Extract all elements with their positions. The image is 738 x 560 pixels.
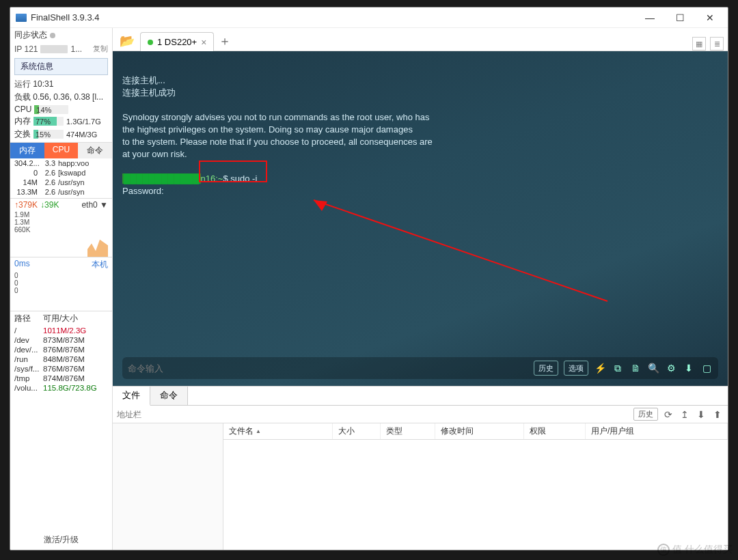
term-line: 连接主机...: [122, 75, 165, 85]
net-up: ↑379K: [14, 200, 38, 210]
minimize-button[interactable]: ―: [635, 8, 665, 28]
list-layout-icon[interactable]: ≣: [710, 37, 724, 51]
address-input[interactable]: [117, 410, 629, 419]
session-tab[interactable]: 1 DS220+ ×: [140, 32, 214, 51]
tab-mem[interactable]: 内存: [10, 143, 44, 158]
term-line: at your own risk.: [122, 149, 187, 159]
col-size[interactable]: 大小: [333, 423, 381, 439]
bottom-panel: 文件 命令 历史 ⟳ ↥ ⬇ ⬆ 文件名▲ 大小: [113, 386, 728, 550]
options-button[interactable]: 选项: [564, 361, 588, 376]
clipboard-icon[interactable]: 🗎: [629, 362, 642, 374]
tab-cpu[interactable]: CPU: [44, 143, 79, 158]
fs-row[interactable]: /dev873M/873M: [10, 335, 112, 345]
ip-mask: [40, 45, 68, 53]
command-input[interactable]: [128, 363, 528, 374]
cpu-bar: 14%: [34, 105, 68, 114]
term-line: to the system. Please note that if you c…: [122, 137, 433, 147]
watermark-logo-icon: 值: [657, 544, 670, 556]
ip-suffix: 1...: [70, 44, 82, 54]
col-perm[interactable]: 权限: [524, 423, 586, 439]
tab-command[interactable]: 命令: [150, 387, 188, 405]
tab-file[interactable]: 文件: [113, 387, 150, 406]
gear-icon[interactable]: ⚙: [665, 362, 677, 374]
window-title: FinalShell 3.9.3.4: [31, 12, 99, 23]
proc-row[interactable]: 02.6[kswapd: [10, 168, 112, 178]
swap-label: 交换: [14, 128, 31, 140]
ping-ms: 0ms: [14, 259, 30, 270]
fs-row[interactable]: /volu...115.8G/723.8G: [10, 383, 112, 393]
upload-icon[interactable]: ⬆: [711, 409, 724, 420]
file-list-header: 文件名▲ 大小 类型 修改时间 权限 用户/用户组: [223, 423, 728, 440]
file-tree[interactable]: [113, 423, 223, 550]
mem-pct: 77%: [33, 117, 53, 126]
proc-row[interactable]: 13.3M2.6/usr/syn: [10, 187, 112, 197]
activate-upgrade-link[interactable]: 激活/升级: [10, 530, 112, 550]
terminal[interactable]: 连接主机... 连接主机成功 Synology strongly advises…: [113, 51, 728, 386]
swap-bar: 15%: [33, 130, 64, 139]
fs-row[interactable]: /tmp874M/876M: [10, 374, 112, 383]
fs-header: 路径 可用/大小: [10, 311, 112, 326]
sidebar: 同步状态 IP 121 1... 复制 系统信息 运行 10:31 负载 0.5…: [10, 28, 113, 550]
prompt-host-mask: ████████████: [122, 173, 201, 184]
tab-cmd[interactable]: 命令: [78, 143, 112, 158]
col-mtime[interactable]: 修改时间: [435, 423, 524, 439]
copy-icon[interactable]: ⧉: [612, 362, 624, 374]
ping-sparkline: [10, 294, 112, 311]
maximize-button[interactable]: ☐: [665, 8, 695, 28]
search-icon[interactable]: 🔍: [647, 362, 659, 374]
col-name[interactable]: 文件名▲: [223, 423, 333, 439]
mem-label: 内存: [14, 115, 31, 127]
cpu-label: CPU: [14, 104, 31, 114]
term-line: Synology strongly advises you not to run…: [122, 112, 429, 122]
maximize-icon[interactable]: ▢: [700, 362, 713, 374]
col-owner[interactable]: 用户/用户组: [586, 423, 728, 439]
load-label: 负载 0.56, 0.36, 0.38 [l...: [10, 91, 112, 104]
proc-sort-tabs: 内存 CPU 命令: [10, 142, 112, 158]
copy-ip-button[interactable]: 复制: [93, 44, 108, 54]
sort-caret-icon: ▲: [256, 428, 261, 434]
mem-val: 1.3G/1.7G: [66, 117, 101, 126]
app-window: FinalShell 3.9.3.4 ― ☐ ✕ 同步状态 IP 121 1..…: [10, 7, 728, 550]
lightning-icon[interactable]: ⚡: [594, 362, 606, 374]
history-button[interactable]: 历史: [534, 361, 558, 376]
fs-row[interactable]: /dev/...876M/876M: [10, 345, 112, 354]
history-button[interactable]: 历史: [633, 408, 658, 421]
net-interface-select[interactable]: eth0 ▼: [81, 200, 108, 210]
fs-row[interactable]: /sys/f...876M/876M: [10, 364, 112, 374]
status-dot-icon: [50, 33, 55, 38]
ping-target-select[interactable]: 本机: [92, 259, 108, 270]
download-icon[interactable]: ⬇: [683, 362, 695, 374]
refresh-icon[interactable]: ⟳: [662, 409, 674, 420]
session-tab-label: 1 DS220+: [157, 37, 197, 47]
close-button[interactable]: ✕: [695, 8, 725, 28]
file-list: 文件名▲ 大小 类型 修改时间 权限 用户/用户组: [223, 423, 728, 550]
up-icon[interactable]: ↥: [679, 409, 691, 420]
sync-status-row: 同步状态: [10, 28, 112, 42]
proc-row[interactable]: 14M2.6/usr/syn: [10, 178, 112, 187]
fs-row[interactable]: /run848M/876M: [10, 354, 112, 364]
download-icon[interactable]: ⬇: [695, 409, 707, 420]
file-list-body[interactable]: [223, 440, 728, 550]
grid-layout-icon[interactable]: ▦: [692, 37, 706, 51]
open-folder-icon[interactable]: 📂: [115, 31, 139, 51]
tab-close-icon[interactable]: ×: [201, 37, 206, 48]
ping-row: 0ms 本机: [10, 257, 112, 272]
mem-row: 内存 77% 1.3G/1.7G: [10, 115, 112, 128]
col-type[interactable]: 类型: [381, 423, 435, 439]
proc-row[interactable]: 304.2...3.3happ:voo: [10, 158, 112, 168]
window-buttons: ― ☐ ✕: [635, 8, 725, 28]
ip-prefix: IP 121: [14, 44, 38, 54]
system-info-button[interactable]: 系统信息: [14, 58, 108, 75]
app-icon: [16, 14, 27, 22]
titlebar: FinalShell 3.9.3.4 ― ☐ ✕: [10, 8, 728, 28]
term-line: 连接主机成功: [122, 87, 176, 98]
uptime-label: 运行 10:31: [10, 78, 112, 91]
sync-status-label: 同步状态: [14, 29, 47, 41]
watermark: 值 值 什么值得买: [657, 544, 733, 556]
fs-row[interactable]: /1011M/2.3G: [10, 326, 112, 335]
swap-pct: 15%: [33, 130, 53, 139]
net-down: ↓39K: [40, 200, 59, 210]
add-tab-button[interactable]: ＋: [215, 31, 234, 51]
terminal-output: 连接主机... 连接主机成功 Synology strongly advises…: [122, 62, 718, 357]
mem-bar: 77%: [33, 117, 64, 126]
